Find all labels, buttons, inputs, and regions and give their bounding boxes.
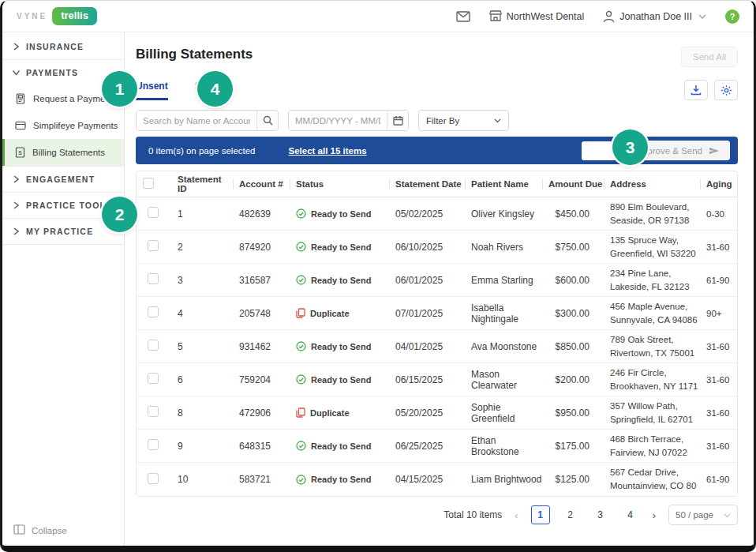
status-label: Duplicate — [310, 408, 350, 418]
aging: 61-90 — [700, 475, 737, 484]
table-row[interactable]: 9 648315 Ready to Send 06/25/2025 Ethan … — [137, 430, 737, 463]
col-status: Status — [290, 179, 389, 189]
search-box — [136, 110, 279, 131]
address-line-1: 234 Pine Lane, — [610, 267, 700, 280]
user-menu[interactable]: Jonathan Doe III — [603, 10, 706, 23]
gear-icon[interactable] — [714, 80, 738, 100]
top-bar: VYNE trellis NorthWest Dental Jonathan D… — [2, 1, 754, 32]
patient-name: Ava Moonstone — [465, 341, 542, 352]
row-checkbox[interactable] — [148, 406, 159, 417]
download-button[interactable] — [684, 80, 708, 100]
col-amount-due: Amount Due — [542, 179, 604, 189]
row-checkbox[interactable] — [148, 273, 159, 284]
table-row[interactable]: 6 759204 Ready to Send 06/15/2025 Mason … — [137, 363, 737, 396]
col-statement-id: Statement ID — [171, 175, 233, 193]
row-checkbox[interactable] — [148, 373, 159, 384]
table-row[interactable]: 1 482639 Ready to Send 05/02/2025 Oliver… — [137, 197, 737, 231]
next-page-icon[interactable]: › — [651, 509, 657, 521]
practice-selector[interactable]: NorthWest Dental — [489, 10, 584, 22]
collapse-sidebar-button[interactable]: Collapse — [13, 524, 67, 536]
callout-badge-1: 1 — [102, 71, 137, 107]
select-all-link[interactable]: Select all 15 items — [289, 146, 367, 156]
sidebar-item-billing-statements[interactable]: $ Billing Statements — [2, 139, 124, 166]
account-number: 316587 — [233, 275, 290, 286]
address-line-2: Brookhaven, NY 1171 — [610, 380, 700, 393]
pagination-bar: Total 10 items ‹ 1 2 3 4 › 50 / page — [136, 505, 738, 525]
amount-due: $125.00 — [542, 474, 604, 485]
address-line-1: 246 Fir Circle, — [610, 366, 700, 380]
billing-statement-icon: $ — [15, 147, 25, 158]
page-button-2[interactable]: 2 — [561, 505, 580, 524]
ready-check-icon — [296, 242, 306, 252]
select-all-checkbox[interactable] — [143, 178, 154, 189]
search-input[interactable] — [137, 111, 256, 130]
statement-date: 05/20/2025 — [389, 407, 465, 419]
table-row[interactable]: 8 472906 Duplicate 05/20/2025 Sophie Gre… — [137, 396, 737, 430]
aging: 90+ — [700, 309, 737, 318]
statement-date: 05/02/2025 — [389, 208, 465, 220]
search-icon[interactable] — [256, 111, 278, 130]
table-row[interactable]: 5 931462 Ready to Send 04/01/2025 Ava Mo… — [137, 330, 737, 363]
row-checkbox[interactable] — [148, 240, 159, 251]
sidebar: INSURANCE PAYMENTS Request a Payment — [2, 32, 125, 546]
row-checkbox[interactable] — [148, 207, 159, 218]
patient-name: Emma Starling — [465, 275, 542, 286]
storefront-icon — [489, 10, 502, 22]
help-icon[interactable]: ? — [725, 9, 739, 24]
account-number: 931462 — [233, 341, 290, 352]
address: 246 Fir Circle, Brookhaven, NY 1171 — [604, 366, 700, 392]
table-row[interactable]: 3 316587 Ready to Send 06/01/2025 Emma S… — [137, 264, 737, 297]
patient-name: Isabella Nightingale — [465, 302, 542, 325]
send-all-button[interactable]: Send All — [681, 47, 738, 67]
chevron-right-icon — [13, 227, 19, 235]
svg-text:$: $ — [18, 149, 22, 156]
page-button-4[interactable]: 4 — [621, 505, 640, 524]
address-line-1: 456 Maple Avenue, — [610, 300, 700, 314]
aging: 0-30 — [700, 209, 737, 219]
aging: 31-60 — [700, 408, 737, 418]
sidebar-divider — [2, 244, 124, 245]
address-line-2: Greenfield, WI 53220 — [610, 247, 700, 261]
payment-terminal-icon — [15, 93, 26, 104]
row-checkbox[interactable] — [148, 439, 159, 450]
prev-page-icon[interactable]: ‹ — [513, 509, 519, 521]
filter-by-dropdown[interactable]: Filter By — [418, 110, 509, 131]
sidebar-item-insurance[interactable]: INSURANCE — [2, 34, 124, 59]
row-checkbox[interactable] — [148, 306, 159, 317]
page-button-1[interactable]: 1 — [531, 505, 550, 524]
address-line-1: 789 Oak Street, — [610, 333, 700, 347]
patient-name: Mason Clearwater — [465, 369, 542, 391]
table-row[interactable]: 10 583721 Ready to Send 04/15/2025 Liam … — [137, 463, 737, 496]
page-button-3[interactable]: 3 — [591, 505, 610, 524]
amount-due: $200.00 — [542, 374, 604, 385]
vyne-trellis-logo: VYNE trellis — [17, 7, 97, 25]
address: 789 Oak Street, Rivertown, TX 75001 — [604, 333, 700, 359]
row-checkbox[interactable] — [148, 473, 159, 484]
sidebar-item-simplifeye-payments[interactable]: Simplifeye Payments — [2, 112, 124, 139]
status-cell: Ready to Send — [290, 242, 389, 252]
row-checkbox[interactable] — [148, 340, 159, 351]
statement-id: 5 — [171, 341, 233, 352]
calendar-icon[interactable] — [387, 111, 408, 130]
status-label: Duplicate — [310, 309, 350, 318]
chevron-down-icon — [494, 116, 501, 125]
mail-icon[interactable] — [456, 11, 470, 22]
address: 468 Birch Terrace, Fairview, NJ 07022 — [604, 433, 700, 459]
table-row[interactable]: 2 874920 Ready to Send 06/10/2025 Noah R… — [137, 231, 737, 264]
ready-check-icon — [296, 208, 306, 219]
date-range-input[interactable] — [289, 111, 387, 130]
status-cell: Duplicate — [290, 407, 389, 418]
sidebar-item-engagement[interactable]: ENGAGEMENT — [2, 167, 124, 192]
tab-unsent[interactable]: Unsent — [136, 81, 168, 100]
statement-date: 04/01/2025 — [389, 341, 465, 352]
statement-id: 9 — [171, 441, 233, 452]
table-row[interactable]: 4 205748 Duplicate 07/01/2025 Isabella N… — [137, 297, 737, 330]
page-size-dropdown[interactable]: 50 / page — [668, 505, 738, 525]
account-number: 482639 — [233, 208, 290, 220]
statement-date: 06/10/2025 — [389, 242, 465, 253]
col-aging: Aging — [700, 179, 737, 189]
patient-name: Ethan Brookstone — [465, 435, 542, 457]
col-account: Account # — [233, 179, 290, 189]
status-label: Ready to Send — [311, 209, 371, 219]
duplicate-icon — [296, 308, 305, 318]
